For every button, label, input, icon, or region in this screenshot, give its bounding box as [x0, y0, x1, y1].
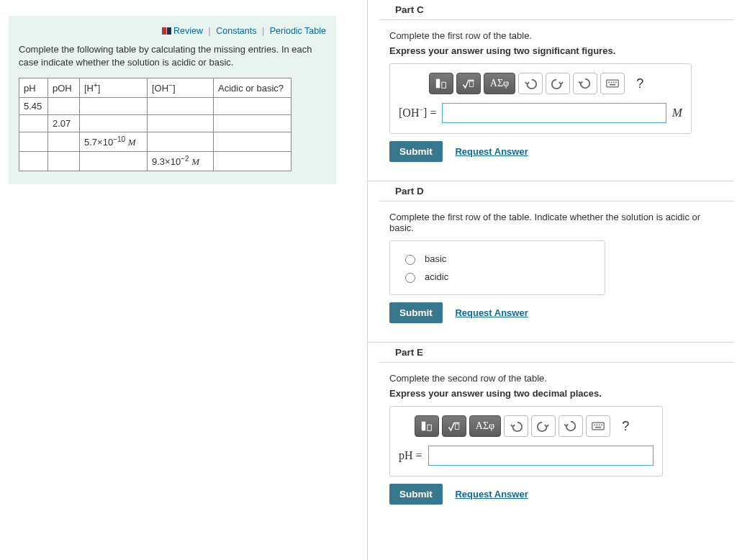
cell [214, 114, 291, 132]
part-d-prompt: Complete the first row of the table. Ind… [389, 212, 727, 233]
answer-row: pH = [399, 446, 654, 466]
part-c-answer-box: ΑΣφ ? [OH−] = M [389, 63, 692, 134]
col-oh: [OH−] [148, 78, 214, 97]
instructions-text: Complete the following table by calculat… [19, 43, 326, 69]
help-icon[interactable]: ? [613, 415, 638, 437]
part-e-title: Part E [395, 347, 423, 358]
submit-button[interactable]: Submit [389, 141, 443, 162]
request-answer-link[interactable]: Request Answer [455, 489, 528, 500]
separator: | [205, 26, 213, 36]
toolbar: ΑΣφ ? [399, 73, 682, 94]
keyboard-icon[interactable] [586, 415, 610, 437]
part-c-header[interactable]: Part C [368, 0, 734, 20]
svg-rect-3 [607, 80, 618, 87]
radio-label: acidic [425, 271, 448, 282]
undo-icon[interactable] [518, 73, 543, 94]
submit-button[interactable]: Submit [389, 302, 443, 323]
part-e-header[interactable]: Part E [368, 343, 734, 363]
cell [214, 152, 291, 171]
part-d-header[interactable]: Part D [368, 181, 734, 202]
cell [80, 114, 148, 132]
svg-rect-1 [442, 82, 446, 88]
undo-icon[interactable] [504, 415, 528, 437]
redo-icon[interactable] [531, 415, 556, 437]
table-row: 9.3×10−2 M [19, 152, 291, 171]
svg-rect-0 [436, 79, 440, 89]
request-answer-link[interactable]: Request Answer [455, 146, 528, 157]
cell [148, 132, 214, 151]
cell [148, 114, 214, 132]
table-row: 5.45 [19, 97, 291, 114]
part-e-prompt1: Complete the second row of the table. [389, 373, 727, 384]
help-icon[interactable]: ? [628, 73, 652, 94]
cell [80, 152, 148, 171]
radio-label: basic [425, 253, 446, 264]
svg-rect-6 [613, 82, 615, 83]
radical-icon[interactable] [456, 73, 481, 94]
svg-rect-9 [422, 422, 425, 431]
cell [19, 114, 48, 132]
svg-rect-2 [469, 81, 473, 87]
part-c-body: Complete the first row of the table. Exp… [368, 20, 734, 176]
greek-button[interactable]: ΑΣφ [469, 415, 501, 437]
review-link[interactable]: Review [173, 26, 203, 36]
radical-icon[interactable] [442, 415, 466, 437]
radio-acidic[interactable] [405, 273, 415, 283]
reset-icon[interactable] [573, 73, 597, 94]
cell [19, 132, 48, 151]
part-c-prompt1: Complete the first row of the table. [389, 30, 727, 41]
svg-rect-8 [610, 84, 615, 86]
svg-rect-13 [594, 425, 595, 426]
table-row: 2.07 [19, 114, 291, 132]
answer-panel: Part C Complete the first row of the tab… [367, 0, 734, 560]
radio-option-acidic[interactable]: acidic [402, 268, 593, 286]
table-header-row: pH pOH [H+] [OH−] Acidic or basic? [19, 78, 291, 97]
answer-row: [OH−] = M [399, 103, 682, 123]
cell: 5.7×10−10 M [80, 132, 148, 151]
cell [48, 132, 80, 151]
top-links: Review | Constants | Periodic Table [19, 26, 326, 36]
template-icon[interactable] [415, 415, 439, 437]
col-poh: pOH [48, 78, 80, 97]
answer-input[interactable] [442, 103, 666, 123]
var-label: [OH−] = [399, 106, 436, 119]
svg-rect-7 [615, 82, 617, 83]
unit-label: M [672, 106, 682, 120]
radio-group: basic acidic [389, 240, 605, 295]
svg-rect-10 [428, 425, 431, 430]
request-answer-link[interactable]: Request Answer [455, 307, 528, 318]
constants-link[interactable]: Constants [216, 26, 256, 36]
redo-icon[interactable] [546, 73, 570, 94]
svg-rect-17 [595, 427, 601, 428]
part-c-prompt2: Express your answer using two significan… [389, 45, 727, 56]
cell [48, 152, 80, 171]
submit-button[interactable]: Submit [389, 484, 443, 505]
table-row: 5.7×10−10 M [19, 132, 291, 151]
cell [48, 97, 80, 114]
reset-icon[interactable] [559, 415, 583, 437]
greek-button[interactable]: ΑΣφ [484, 73, 515, 94]
cell [19, 152, 48, 171]
answer-input[interactable] [428, 446, 654, 466]
col-h: [H+] [80, 78, 148, 97]
svg-rect-14 [597, 425, 598, 426]
template-icon[interactable] [429, 73, 453, 94]
svg-rect-5 [611, 82, 612, 83]
part-d-body: Complete the first row of the table. Ind… [368, 202, 734, 338]
radio-basic[interactable] [405, 255, 415, 265]
toolbar: ΑΣφ ? [399, 415, 654, 437]
cell: 5.45 [19, 97, 48, 114]
data-table: pH pOH [H+] [OH−] Acidic or basic? 5.45 … [19, 78, 291, 171]
svg-rect-4 [608, 82, 610, 83]
radio-option-basic[interactable]: basic [402, 250, 593, 268]
cell [214, 132, 291, 151]
keyboard-icon[interactable] [600, 73, 625, 94]
cell [80, 97, 148, 114]
cell [214, 97, 291, 114]
part-e-prompt2: Express your answer using two decimal pl… [389, 388, 727, 399]
submit-row: Submit Request Answer [389, 302, 727, 323]
periodic-table-link[interactable]: Periodic Table [270, 26, 326, 36]
part-c-title: Part C [395, 4, 424, 15]
part-d-title: Part D [395, 186, 424, 197]
cell [148, 97, 214, 114]
